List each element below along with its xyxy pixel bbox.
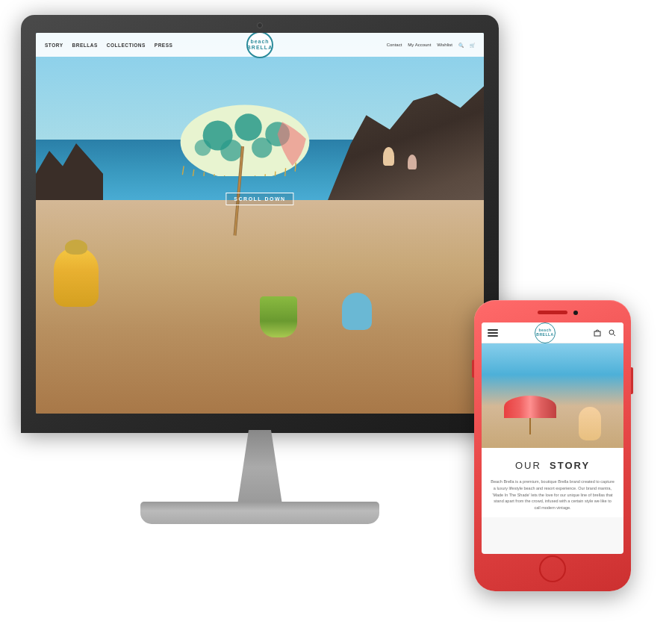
phone-screen: beach BRELLA xyxy=(482,322,623,554)
phone-volume-button[interactable] xyxy=(472,360,474,378)
nav-links-right: Contact My Account Wishlist 🔍 🛒 xyxy=(387,43,475,48)
phone-story-body: Beach Brella is a premium, boutique Brel… xyxy=(491,479,615,511)
search-icon[interactable]: 🔍 xyxy=(458,43,464,48)
story-title-story: story xyxy=(550,460,590,471)
nav-logo-line1: beach xyxy=(247,39,273,45)
phone-nav-logo-text: beach BRELLA xyxy=(536,328,553,337)
svg-line-7 xyxy=(182,166,184,175)
svg-line-8 xyxy=(193,169,194,176)
nav-logo-line2: BRELLA xyxy=(247,45,273,51)
story-title-our: OUR xyxy=(515,460,541,471)
phone-story-title: OUR story xyxy=(491,460,615,471)
phone-nav-logo[interactable]: beach BRELLA xyxy=(535,322,556,343)
phone-logo-line2: BRELLA xyxy=(536,333,553,337)
phone-speaker xyxy=(538,311,567,314)
nav-story[interactable]: STORY xyxy=(45,43,63,48)
nav-wishlist[interactable]: Wishlist xyxy=(437,43,452,47)
monitor-neck xyxy=(223,430,297,505)
svg-rect-19 xyxy=(594,331,600,336)
phone-beach-umbrella xyxy=(504,396,556,433)
svg-point-2 xyxy=(234,113,261,140)
nav-account[interactable]: My Account xyxy=(408,43,431,47)
phone: beach BRELLA xyxy=(474,300,631,591)
beach-bag xyxy=(260,296,297,337)
nav-collections[interactable]: COLLECTIONS xyxy=(107,43,146,48)
svg-line-18 xyxy=(295,163,296,172)
bg-person-2 xyxy=(408,155,417,169)
person-right xyxy=(342,293,372,330)
nav-logo-circle: beach BRELLA xyxy=(246,33,273,58)
svg-point-4 xyxy=(220,140,242,161)
hamburger-menu-icon[interactable] xyxy=(488,329,498,337)
website-nav: STORY BRELLAS COLLECTIONS PRESS beach BR… xyxy=(36,33,484,57)
phone-search-icon[interactable] xyxy=(607,328,617,338)
phone-umbrella-pole xyxy=(529,418,531,434)
monitor-base xyxy=(140,502,379,524)
svg-line-17 xyxy=(285,168,286,176)
umbrella-canopy xyxy=(170,102,320,176)
svg-line-21 xyxy=(614,334,616,336)
monitor: SCROLL DOWN STORY BRELLAS COLLECTIONS PR… xyxy=(21,15,499,560)
phone-cart-icon[interactable] xyxy=(592,328,603,338)
beach-umbrella xyxy=(170,102,320,236)
svg-point-20 xyxy=(609,330,614,334)
scroll-down-button[interactable]: SCROLL DOWN xyxy=(225,193,293,205)
person-sitting-left xyxy=(54,247,99,307)
svg-line-9 xyxy=(204,172,205,175)
monitor-camera xyxy=(257,22,263,28)
nav-links-left: STORY BRELLAS COLLECTIONS PRESS xyxy=(45,43,172,48)
svg-point-6 xyxy=(195,140,211,156)
person-hat xyxy=(65,240,87,255)
phone-beach-image xyxy=(482,343,623,448)
bg-person-1 xyxy=(383,147,394,166)
monitor-screen: SCROLL DOWN STORY BRELLAS COLLECTIONS PR… xyxy=(36,33,484,414)
cart-icon[interactable]: 🛒 xyxy=(470,43,475,48)
svg-point-5 xyxy=(252,137,272,158)
beach-scene: SCROLL DOWN xyxy=(36,33,484,414)
phone-body: beach BRELLA xyxy=(474,300,631,591)
phone-beach-person xyxy=(579,407,601,440)
phone-camera xyxy=(573,311,578,315)
phone-nav-icons xyxy=(592,328,617,338)
person-body xyxy=(54,247,99,307)
scroll-btn-label: SCROLL DOWN xyxy=(234,196,285,202)
nav-press[interactable]: PRESS xyxy=(155,43,173,48)
nav-logo-text: beach BRELLA xyxy=(247,39,273,50)
person-right-body xyxy=(342,293,372,330)
nav-brellas[interactable]: BRELLAS xyxy=(72,43,98,48)
nav-logo[interactable]: beach BRELLA xyxy=(246,33,273,58)
monitor-body: SCROLL DOWN STORY BRELLAS COLLECTIONS PR… xyxy=(21,15,499,433)
nav-contact[interactable]: Contact xyxy=(387,43,402,47)
phone-home-button[interactable] xyxy=(539,555,566,582)
phone-umbrella-top xyxy=(504,396,556,418)
phone-story-section: OUR story Beach Brella is a premium, bou… xyxy=(482,448,623,517)
phone-power-button[interactable] xyxy=(631,367,633,394)
scene: SCROLL DOWN STORY BRELLAS COLLECTIONS PR… xyxy=(0,0,672,642)
phone-nav: beach BRELLA xyxy=(482,322,623,343)
